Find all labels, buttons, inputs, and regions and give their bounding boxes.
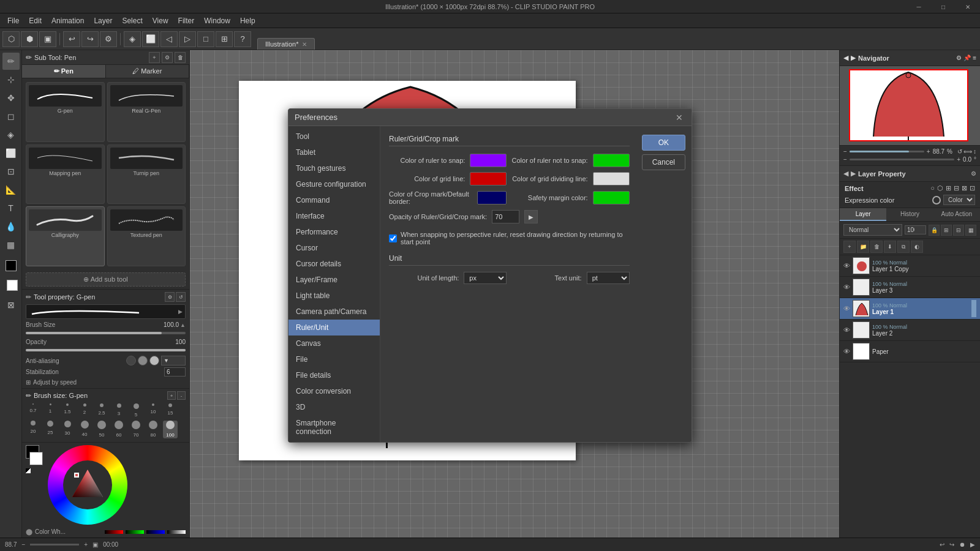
text-unit-label: Text unit:: [555, 274, 582, 282]
sidebar-cursor[interactable]: Cursor: [288, 240, 380, 256]
perspective-checkbox-row: When snapping to perspective ruler, rese…: [389, 231, 630, 246]
ruler-nosnap-label: Color of ruler not to snap:: [512, 157, 588, 164]
ruler-snap-color-row: Color of ruler to snap:: [389, 154, 507, 167]
crop-color-row: Color of Crop mark/Default border:: [389, 190, 507, 205]
dialog-buttons: OK Cancel: [638, 126, 692, 442]
sidebar-file-details[interactable]: File details: [288, 367, 380, 383]
dialog-ok-btn[interactable]: OK: [642, 135, 685, 151]
unit-length-select[interactable]: px mm cm in: [464, 272, 507, 284]
ruler-nosnap-swatch[interactable]: [593, 154, 630, 167]
preferences-dialog: Preferences ✕ Tool Tablet Touch gestures…: [288, 108, 692, 443]
sidebar-tool[interactable]: Tool: [288, 129, 380, 144]
dialog-body: Tool Tablet Touch gestures Gesture confi…: [288, 126, 692, 442]
crop-label: Color of Crop mark/Default border:: [389, 190, 472, 205]
sidebar-smartphone[interactable]: Smartphone connection: [288, 415, 380, 440]
ruler-snap-swatch[interactable]: [470, 154, 507, 167]
color-rows-grid: Color of ruler to snap: Color of ruler n…: [389, 154, 630, 205]
unit-title: Unit: [389, 254, 630, 266]
sidebar-interface[interactable]: Interface: [288, 208, 380, 224]
perspective-label: When snapping to perspective ruler, rese…: [401, 231, 630, 246]
safety-margin-color-row: Safety margin color:: [511, 191, 629, 204]
sidebar-color-conversion[interactable]: Color conversion: [288, 383, 380, 399]
grid-line-color-row: Color of grid line:: [389, 172, 507, 186]
sidebar-tablet[interactable]: Tablet: [288, 144, 380, 160]
perspective-checkbox[interactable]: [389, 234, 397, 242]
sidebar-file[interactable]: File: [288, 351, 380, 367]
opacity-expand-btn[interactable]: ▶: [524, 210, 538, 223]
sidebar-command[interactable]: Command: [288, 192, 380, 208]
grid-line-label: Color of grid line:: [414, 175, 465, 182]
ruler-nosnap-color-row: Color of ruler not to snap:: [511, 154, 629, 167]
safety-margin-swatch[interactable]: [593, 191, 630, 204]
grid-dividing-label: Color of grid dividing line:: [512, 175, 588, 182]
unit-rows-grid: Unit of length: px mm cm in Text unit:: [389, 272, 630, 284]
dialog-cancel-btn[interactable]: Cancel: [642, 154, 685, 170]
sidebar-ruler-unit[interactable]: Ruler/Unit: [288, 320, 380, 335]
sidebar-gesture[interactable]: Gesture configuration: [288, 176, 380, 192]
grid-dividing-swatch[interactable]: [593, 172, 630, 186]
text-unit-select[interactable]: pt px mm: [587, 272, 630, 284]
sidebar-camera[interactable]: Camera path/Camera: [288, 304, 380, 320]
dialog-title-bar: Preferences ✕: [288, 109, 692, 126]
opacity-dialog-label: Opacity of Ruler/Grid/Crop mark:: [389, 213, 487, 220]
dialog-overlay: Preferences ✕ Tool Tablet Touch gestures…: [0, 0, 980, 551]
sidebar-canvas[interactable]: Canvas: [288, 335, 380, 351]
dialog-close-btn[interactable]: ✕: [673, 111, 685, 124]
sidebar-performance[interactable]: Performance: [288, 224, 380, 240]
sidebar-cursor-details[interactable]: Cursor details: [288, 256, 380, 272]
unit-length-label: Unit of length:: [417, 274, 459, 282]
sidebar-layer-frame[interactable]: Layer/Frame: [288, 272, 380, 288]
crop-swatch[interactable]: [477, 191, 507, 204]
dialog-content: Ruler/Grid/Crop mark Color of ruler to s…: [380, 126, 638, 442]
text-unit-row: Text unit: pt px mm: [511, 272, 629, 284]
sidebar-light-table[interactable]: Light table: [288, 288, 380, 304]
grid-dividing-color-row: Color of grid dividing line:: [511, 172, 629, 186]
sidebar-touch[interactable]: Touch gestures: [288, 160, 380, 176]
sidebar-3d[interactable]: 3D: [288, 399, 380, 415]
opacity-dialog-input[interactable]: [492, 210, 519, 223]
ruler-grid-section-title: Ruler/Grid/Crop mark: [389, 135, 630, 146]
grid-line-swatch[interactable]: [470, 172, 507, 186]
safety-margin-label: Safety margin color:: [528, 194, 588, 201]
ruler-snap-label: Color of ruler to snap:: [401, 157, 466, 164]
unit-section: Unit Unit of length: px mm cm in: [389, 254, 630, 284]
opacity-row-dialog: Opacity of Ruler/Grid/Crop mark: ▶: [389, 210, 630, 223]
dialog-title-text: Preferences: [295, 113, 337, 122]
unit-length-row: Unit of length: px mm cm in: [389, 272, 507, 284]
dialog-sidebar: Tool Tablet Touch gestures Gesture confi…: [288, 126, 380, 442]
